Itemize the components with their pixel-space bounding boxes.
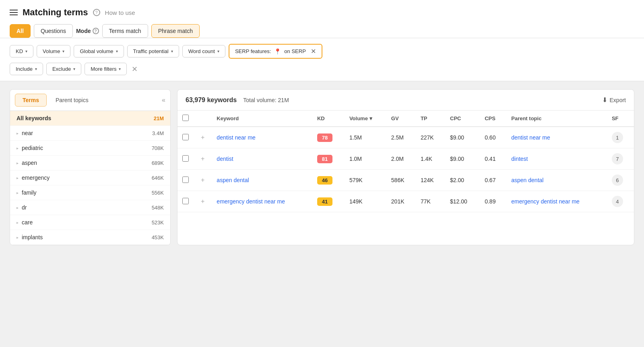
tab-phrase-match[interactable]: Phrase match (151, 24, 200, 38)
sidebar-item-count-aspen: 689K (152, 160, 164, 166)
row-checkbox-0[interactable] (182, 134, 189, 140)
kd-badge-3: 41 (317, 197, 332, 206)
filters-row1: KD ▾ Volume ▾ Global volume ▾ Traffic po… (10, 44, 634, 59)
sidebar-item-care[interactable]: ▸ care 523K (10, 215, 170, 230)
table-row: + emergency dentist near me 41 149K 201K… (178, 191, 634, 212)
row-keyword-1[interactable]: dentist (212, 148, 312, 170)
global-volume-arrow-icon: ▾ (116, 49, 118, 53)
sidebar-item-family[interactable]: ▸ family 556K (10, 185, 170, 200)
mode-help-icon[interactable]: ? (93, 28, 99, 34)
sidebar-list: All keywords 21M ▸ near 3.4M ▸ pediatric (10, 111, 170, 245)
sidebar-item-label-aspen: ▸ aspen (17, 160, 37, 166)
filter-global-volume[interactable]: Global volume ▾ (74, 45, 124, 57)
select-all-checkbox[interactable] (182, 115, 189, 121)
row-cps-2: 0.67 (480, 170, 506, 191)
sf-badge-3: 4 (612, 196, 623, 207)
table-header-bar: 63,979 keywords Total volume: 21M ⬇ Expo… (178, 90, 634, 111)
export-button[interactable]: ⬇ Export (602, 96, 626, 104)
filter-include[interactable]: Include ▾ (10, 63, 43, 75)
menu-icon[interactable] (10, 10, 18, 15)
sidebar-item-label-pediatric: ▸ pediatric (17, 145, 43, 151)
add-keyword-btn-1[interactable]: + (198, 154, 207, 163)
row-add-cell-0: + (194, 127, 212, 148)
row-sf-3: 4 (607, 191, 634, 212)
download-icon: ⬇ (602, 96, 607, 104)
row-keyword-3[interactable]: emergency dentist near me (212, 191, 312, 212)
filter-more[interactable]: More filters ▾ (85, 63, 127, 75)
row-parent-topic-2[interactable]: aspen dental (506, 170, 607, 191)
clear-filters-icon[interactable]: ✕ (130, 63, 139, 75)
row-checkbox-1[interactable] (182, 155, 189, 162)
row-checkbox-2[interactable] (182, 177, 189, 183)
th-volume[interactable]: Volume ▾ (345, 111, 386, 127)
sidebar-collapse-icon[interactable]: « (162, 97, 165, 104)
table-summary: 63,979 keywords Total volume: 21M (186, 97, 289, 104)
sidebar-arrow-emergency: ▸ (17, 176, 19, 180)
filter-word-count[interactable]: Word count ▾ (182, 45, 225, 57)
sidebar-item-count-pediatric: 708K (152, 145, 164, 151)
sidebar-item-implants[interactable]: ▸ implants 453K (10, 230, 170, 245)
row-gv-2: 586K (386, 170, 416, 191)
row-keyword-2[interactable]: aspen dental (212, 170, 312, 191)
serp-close-icon[interactable]: ✕ (311, 47, 316, 55)
tab-all[interactable]: All (10, 24, 31, 38)
header: Matching terms ? How to use All Question… (0, 0, 644, 38)
sidebar-item-count-all: 21M (154, 115, 164, 121)
sidebar-arrow-family: ▸ (17, 191, 19, 195)
row-parent-topic-1[interactable]: dintest (506, 148, 607, 170)
add-keyword-btn-2[interactable]: + (198, 176, 207, 184)
sidebar-item-emergency[interactable]: ▸ emergency 646K (10, 170, 170, 185)
tab-questions[interactable]: Questions (34, 24, 73, 38)
tab-terms-match[interactable]: Terms match (102, 24, 148, 38)
th-kd: KD (312, 111, 345, 127)
add-keyword-btn-3[interactable]: + (198, 197, 207, 205)
serp-features-filter[interactable]: SERP features: 📍 on SERP ✕ (229, 44, 322, 59)
filters-section: KD ▾ Volume ▾ Global volume ▾ Traffic po… (0, 38, 644, 81)
kd-arrow-icon: ▾ (25, 49, 27, 53)
row-checkbox-cell-0[interactable] (178, 127, 194, 148)
kd-badge-2: 46 (317, 176, 332, 185)
traffic-arrow-icon: ▾ (171, 49, 173, 53)
sidebar-tab-terms[interactable]: Terms (15, 94, 47, 107)
row-checkbox-cell-1[interactable] (178, 148, 194, 170)
mode-label: Mode ? (76, 28, 99, 34)
sidebar-tab-parent-topics[interactable]: Parent topics (48, 94, 96, 106)
row-parent-topic-0[interactable]: dentist near me (506, 127, 607, 148)
add-keyword-btn-0[interactable]: + (198, 133, 207, 142)
kd-badge-0: 78 (317, 133, 332, 142)
how-to-use-link[interactable]: How to use (105, 9, 135, 16)
filter-volume[interactable]: Volume ▾ (37, 45, 70, 57)
sidebar-item-count-family: 556K (152, 190, 164, 196)
row-parent-topic-3[interactable]: emergency dentist near me (506, 191, 607, 212)
sidebar-item-label-near: ▸ near (17, 130, 33, 136)
page-title: Matching terms (23, 7, 88, 18)
row-add-cell-1: + (194, 148, 212, 170)
row-keyword-0[interactable]: dentist near me (212, 127, 312, 148)
word-count-arrow-icon: ▾ (217, 49, 219, 53)
filter-exclude[interactable]: Exclude ▾ (46, 63, 81, 75)
filter-traffic-potential[interactable]: Traffic potential ▾ (127, 45, 179, 57)
th-add (194, 111, 212, 127)
sf-badge-0: 1 (612, 132, 623, 143)
row-checkbox-cell-2[interactable] (178, 170, 194, 191)
sidebar: Terms Parent topics « All keywords 21M ▸… (10, 89, 171, 245)
row-checkbox-cell-3[interactable] (178, 191, 194, 212)
sidebar-item-aspen[interactable]: ▸ aspen 689K (10, 156, 170, 170)
row-checkbox-3[interactable] (182, 198, 189, 204)
sidebar-item-dr[interactable]: ▸ dr 548K (10, 200, 170, 215)
sidebar-arrow-near: ▸ (17, 131, 19, 136)
sidebar-item-pediatric[interactable]: ▸ pediatric 708K (10, 141, 170, 156)
sidebar-item-count-implants: 453K (152, 234, 164, 240)
help-icon[interactable]: ? (93, 9, 100, 16)
filter-kd[interactable]: KD ▾ (10, 45, 33, 57)
sidebar-arrow-implants: ▸ (17, 235, 19, 240)
row-cpc-0: $9.00 (445, 127, 480, 148)
sidebar-arrow-aspen: ▸ (17, 161, 19, 165)
sidebar-item-count-dr: 548K (152, 205, 164, 211)
sidebar-item-label-care: ▸ care (17, 219, 33, 226)
sidebar-item-near[interactable]: ▸ near 3.4M (10, 126, 170, 141)
th-cpc: CPC (445, 111, 480, 127)
sidebar-item-all[interactable]: All keywords 21M (10, 111, 170, 126)
row-gv-0: 2.5M (386, 127, 416, 148)
keywords-table: Keyword KD Volume ▾ GV TP CPC CPS Parent… (178, 111, 634, 212)
